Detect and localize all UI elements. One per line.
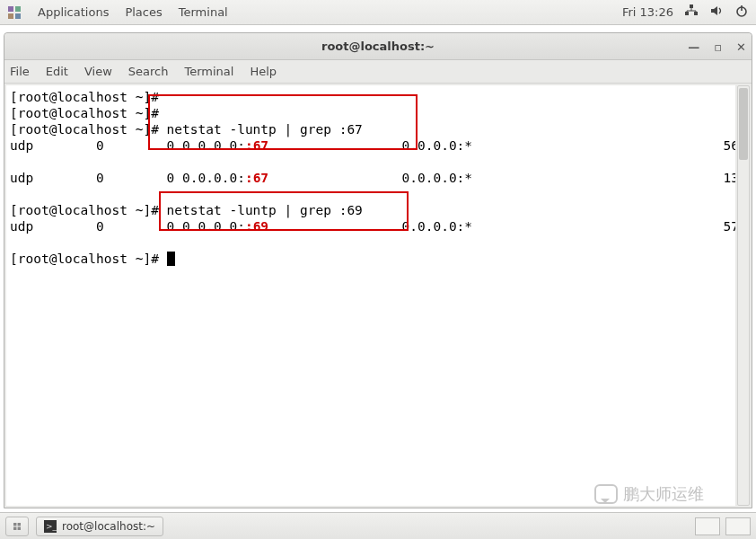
gnome-bottom-panel: >_ root@localhost:~ xyxy=(0,512,756,539)
taskbar-entry-terminal[interactable]: >_ root@localhost:~ xyxy=(36,517,163,536)
scrollbar-thumb[interactable] xyxy=(739,88,748,160)
window-title: root@localhost:~ xyxy=(321,40,435,53)
svg-rect-9 xyxy=(13,523,16,526)
terminal-window: root@localhost:~ — ▫ ✕ File Edit View Se… xyxy=(4,32,752,508)
workspace-switcher[interactable] xyxy=(695,517,751,535)
workspace-2[interactable] xyxy=(725,517,751,535)
taskbar-entry-label: root@localhost:~ xyxy=(62,520,155,533)
network-icon[interactable] xyxy=(684,4,699,21)
terminal-output[interactable]: [root@localhost ~]# [root@localhost ~]# … xyxy=(6,85,735,506)
highlighted-port: :69 xyxy=(245,219,268,234)
svg-rect-0 xyxy=(8,6,13,12)
workspace-1[interactable] xyxy=(695,517,720,535)
volume-icon[interactable] xyxy=(709,4,724,21)
svg-rect-2 xyxy=(8,13,13,19)
maximize-button[interactable]: ▫ xyxy=(714,40,722,54)
svg-rect-10 xyxy=(18,523,21,526)
scrollbar[interactable] xyxy=(737,85,750,506)
svg-rect-8 xyxy=(741,5,743,11)
places-menu[interactable]: Places xyxy=(125,5,162,19)
gnome-top-panel: Applications Places Terminal Fri 13:26 xyxy=(0,0,756,25)
menu-help[interactable]: Help xyxy=(250,65,277,78)
close-button[interactable]: ✕ xyxy=(736,40,746,54)
title-bar[interactable]: root@localhost:~ — ▫ ✕ xyxy=(4,33,752,60)
terminal-cursor xyxy=(167,252,175,266)
menu-edit[interactable]: Edit xyxy=(46,65,68,78)
highlighted-port: :67 xyxy=(245,171,268,185)
svg-rect-6 xyxy=(694,12,698,15)
show-desktop-button[interactable] xyxy=(5,517,29,536)
svg-rect-11 xyxy=(13,526,16,529)
clock[interactable]: Fri 13:26 xyxy=(622,5,673,19)
svg-rect-12 xyxy=(18,526,21,529)
menu-search[interactable]: Search xyxy=(128,65,169,78)
power-icon[interactable] xyxy=(734,4,749,21)
menu-view[interactable]: View xyxy=(84,65,112,78)
activities-icon xyxy=(7,5,22,20)
terminal-app-menu[interactable]: Terminal xyxy=(179,5,228,19)
svg-rect-1 xyxy=(15,6,21,12)
menu-file[interactable]: File xyxy=(10,65,30,78)
highlighted-port: :67 xyxy=(245,138,268,153)
minimize-button[interactable]: — xyxy=(688,40,699,54)
terminal-viewport: [root@localhost ~]# [root@localhost ~]# … xyxy=(4,84,752,508)
svg-text:>_: >_ xyxy=(46,522,57,531)
applications-menu[interactable]: Applications xyxy=(38,5,109,19)
svg-rect-3 xyxy=(15,13,21,19)
svg-rect-4 xyxy=(690,4,693,8)
menubar: File Edit View Search Terminal Help xyxy=(4,60,752,84)
svg-rect-5 xyxy=(685,12,689,15)
menu-terminal[interactable]: Terminal xyxy=(184,65,233,78)
